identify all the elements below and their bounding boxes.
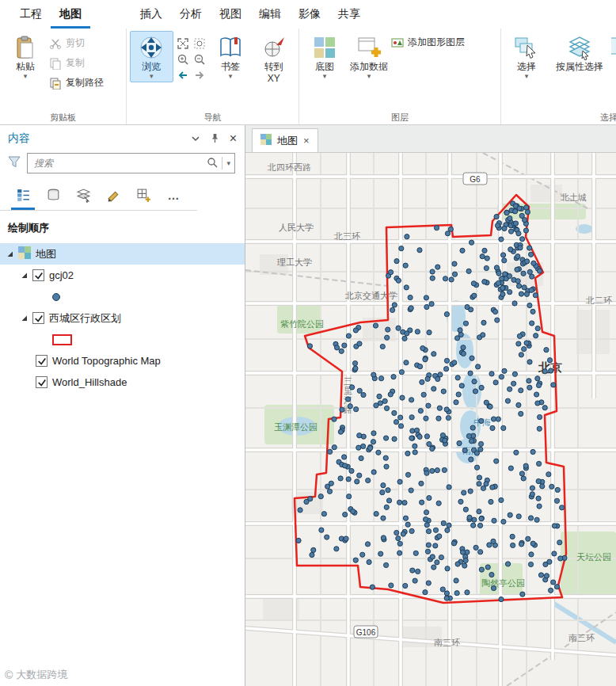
zoom-selection-icon[interactable] bbox=[192, 36, 207, 51]
svg-text:陶然亭公园: 陶然亭公园 bbox=[481, 578, 525, 588]
goto-xy-button[interactable]: 转到 XY bbox=[252, 31, 295, 87]
add-graphics-layer-label: 添加图形图层 bbox=[408, 36, 465, 49]
expander-icon[interactable] bbox=[21, 314, 28, 322]
layer-xicheng-district[interactable]: 西城区行政区划 bbox=[0, 307, 245, 329]
tab-imagery[interactable]: 影像 bbox=[290, 0, 329, 29]
copy-button[interactable]: 复制 bbox=[49, 56, 104, 70]
expander-icon[interactable] bbox=[6, 250, 13, 257]
navigate-group-label: 导航 bbox=[127, 112, 298, 124]
fixed-zoom-in-icon[interactable] bbox=[175, 51, 191, 67]
point-symbol[interactable] bbox=[52, 293, 60, 301]
copy-path-label: 复制路径 bbox=[66, 76, 104, 90]
select-icon bbox=[514, 35, 539, 60]
bookmarks-button[interactable]: 书签 ▾ bbox=[209, 31, 253, 82]
clipped-ribbon-button[interactable] bbox=[610, 31, 616, 63]
pin-icon[interactable] bbox=[210, 133, 220, 143]
tab-view[interactable]: 视图 bbox=[211, 0, 250, 29]
explore-icon bbox=[139, 35, 164, 60]
ribbon-group-clipboard: 粘贴 ▾ 剪切 复制 复制路径 剪贴板 bbox=[0, 29, 127, 124]
tab-insert[interactable]: 插入 bbox=[131, 0, 171, 29]
xicheng-symbol-row[interactable] bbox=[0, 329, 245, 350]
chevron-down-icon: ▾ bbox=[323, 73, 327, 80]
tab-share[interactable]: 共享 bbox=[329, 0, 369, 29]
chevron-down-icon: ▾ bbox=[24, 73, 28, 80]
selection-group-label: 选择 bbox=[600, 112, 616, 124]
svg-text:南三环: 南三环 bbox=[568, 633, 595, 642]
select-button[interactable]: 选择 ▾ bbox=[504, 31, 549, 82]
tree-item-map[interactable]: 地图 bbox=[0, 243, 245, 265]
select-label: 选择 bbox=[517, 61, 536, 72]
drawing-order-heading: 绘制顺序 bbox=[0, 211, 245, 243]
ribbon: 粘贴 ▾ 剪切 复制 复制路径 剪贴板 bbox=[0, 29, 616, 125]
tab-edit[interactable]: 编辑 bbox=[250, 0, 290, 29]
layer-topographic-label: World Topographic Map bbox=[52, 355, 161, 367]
layer-checkbox[interactable] bbox=[32, 312, 44, 324]
layer-gcj02-label: gcj02 bbox=[49, 269, 74, 281]
search-icon[interactable] bbox=[207, 157, 218, 170]
layer-checkbox[interactable] bbox=[36, 355, 48, 367]
add-graphics-layer-button[interactable]: 添加图形图层 bbox=[391, 36, 465, 49]
layer-world-hillshade[interactable]: World_Hillshade bbox=[0, 372, 245, 393]
cut-label: 剪切 bbox=[66, 36, 85, 50]
layers-tree: 地图 gcj02 bbox=[0, 243, 245, 686]
bookmarks-icon bbox=[218, 35, 243, 60]
map-root-label: 地图 bbox=[36, 247, 56, 261]
next-extent-icon[interactable] bbox=[192, 67, 207, 82]
contents-header: 内容 × bbox=[0, 125, 245, 151]
explore-label: 浏览 bbox=[142, 61, 161, 72]
layer-checkbox[interactable] bbox=[32, 269, 44, 281]
tab-map[interactable]: 地图 bbox=[51, 0, 90, 29]
add-data-label: 添加数据 bbox=[350, 61, 388, 72]
layer-checkbox[interactable] bbox=[36, 376, 48, 388]
explore-button[interactable]: 浏览 ▾ bbox=[130, 31, 173, 82]
svg-text:北土城: 北土城 bbox=[560, 192, 587, 202]
search-input[interactable] bbox=[34, 158, 203, 169]
select-by-attributes-icon bbox=[567, 35, 592, 60]
tab-list-by-editing[interactable] bbox=[101, 183, 125, 210]
paste-button[interactable]: 粘贴 ▾ bbox=[3, 31, 48, 82]
tab-analysis[interactable]: 分析 bbox=[171, 0, 211, 29]
close-tab-icon[interactable]: × bbox=[303, 135, 310, 147]
layer-xicheng-label: 西城区行政区划 bbox=[49, 311, 121, 326]
tab-project[interactable]: 工程 bbox=[11, 0, 51, 29]
add-data-button[interactable]: 添加数据 ▾ bbox=[347, 31, 391, 82]
add-data-icon bbox=[356, 35, 382, 60]
tab-list-by-data-source[interactable] bbox=[41, 183, 65, 210]
more-options-icon[interactable]: … bbox=[162, 183, 185, 210]
filter-icon[interactable] bbox=[8, 156, 21, 170]
layer-hillshade-label: World_Hillshade bbox=[52, 376, 127, 388]
ribbon-group-navigate: 浏览 ▾ 书签 bbox=[127, 29, 299, 124]
basemap-button[interactable]: 底图 ▾ bbox=[302, 31, 347, 82]
copy-path-icon bbox=[49, 77, 62, 90]
tab-list-by-labeling[interactable] bbox=[131, 183, 155, 210]
map-tab-bar: 地图 × bbox=[245, 125, 616, 153]
gcj02-symbol-row[interactable] bbox=[0, 286, 245, 307]
polygon-outline-symbol[interactable] bbox=[52, 334, 72, 345]
clipboard-group-label: 剪贴板 bbox=[0, 112, 126, 124]
ribbon-group-layers: 底图 ▾ 添加数据 ▾ 添加图形图层 图层 bbox=[299, 29, 501, 124]
svg-text:理工大学: 理工大学 bbox=[277, 257, 312, 267]
layer-gcj02[interactable]: gcj02 bbox=[0, 265, 245, 286]
layer-world-topographic[interactable]: World Topographic Map bbox=[0, 350, 245, 372]
previous-extent-icon[interactable] bbox=[175, 67, 191, 82]
cut-button[interactable]: 剪切 bbox=[49, 36, 104, 50]
ribbon-tab-bar: 工程 地图 插入 分析 视图 编辑 影像 共享 bbox=[0, 0, 616, 29]
full-extent-icon[interactable] bbox=[175, 36, 191, 51]
expander-icon[interactable] bbox=[21, 272, 28, 279]
panel-chevron-down-icon[interactable] bbox=[191, 134, 200, 143]
select-by-attributes-button[interactable]: 按属性选择 bbox=[549, 31, 610, 74]
close-icon[interactable]: × bbox=[230, 131, 237, 146]
contents-title: 内容 bbox=[8, 131, 191, 146]
tab-list-by-selection[interactable] bbox=[71, 183, 95, 210]
goto-xy-label-line2: XY bbox=[268, 73, 280, 84]
search-box: ▾ bbox=[27, 153, 235, 173]
fixed-zoom-out-icon[interactable] bbox=[192, 51, 207, 67]
search-chevron-down-icon[interactable]: ▾ bbox=[226, 160, 230, 167]
clipped-button-icon bbox=[610, 35, 616, 60]
map-document-tab[interactable]: 地图 × bbox=[252, 128, 318, 152]
svg-text:南三环: 南三环 bbox=[434, 638, 460, 647]
map-canvas[interactable]: G6G106北四环西路北土城人民大学北三环理工大学北京交通大学北二环紫竹院公园北… bbox=[245, 153, 616, 686]
svg-text:北京交通大学: 北京交通大学 bbox=[344, 291, 397, 300]
copy-path-button[interactable]: 复制路径 bbox=[49, 76, 104, 90]
tab-list-by-drawing-order[interactable] bbox=[11, 183, 35, 210]
